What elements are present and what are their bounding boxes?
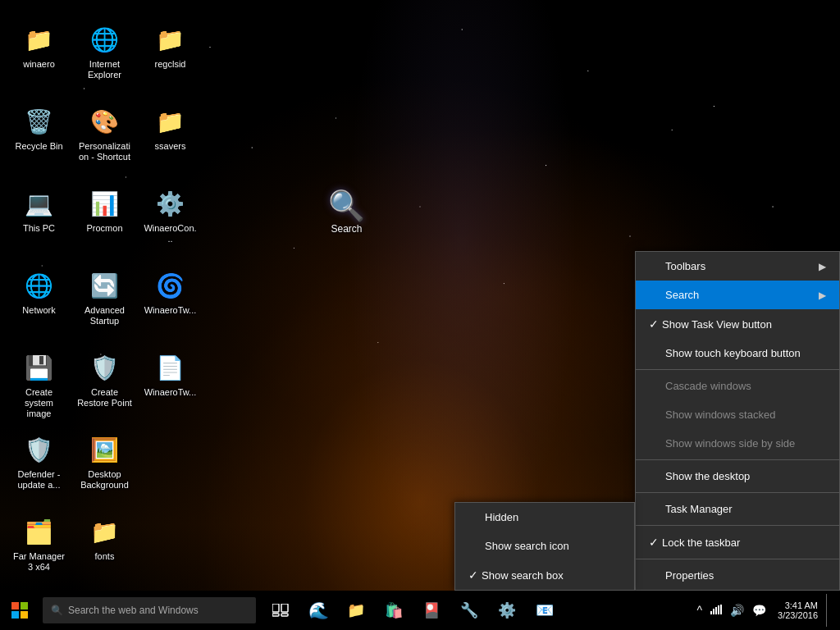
ctx-show-touch-keyboard[interactable]: Show touch keyboard button: [636, 339, 839, 368]
search-magnifier-icon: 🔍: [328, 189, 365, 223]
ctx-divider-3: [636, 492, 839, 493]
winaerocon-label: WinaeroCon...: [143, 223, 198, 244]
taskbar-context-menu: Toolbars ▶ Search ▶ ✓ Show Task View but…: [635, 251, 840, 591]
taskbar-right: ^ 🔊 💬 3:41 AM 3/23/2016: [693, 594, 840, 627]
search-label: Search: [665, 289, 819, 301]
icon-far-manager[interactable]: 🗂️ Far Manager 3 x64: [8, 509, 70, 591]
ctx-search[interactable]: Search ▶: [636, 281, 839, 309]
show-desktop-label: Show the desktop: [665, 470, 826, 482]
ctx-divider-4: [636, 525, 839, 526]
winaero-tweaker-label: WinaeroTw...: [144, 305, 197, 316]
submenu-show-search-box[interactable]: ✓ Show search box: [455, 560, 634, 590]
show-search-box-checkmark: ✓: [468, 568, 478, 582]
icon-regclsid[interactable]: 📁 regclsid: [139, 16, 201, 98]
icon-recycle-bin[interactable]: 🗑️ Recycle Bin: [8, 98, 70, 180]
photos-icon: 🎴: [422, 601, 441, 619]
lock-taskbar-checkmark: ✓: [649, 536, 659, 549]
advanced-startup-label: Advanced Startup: [77, 305, 132, 326]
this-pc-icon: 💻: [23, 187, 56, 220]
clock[interactable]: 3:41 AM 3/23/2016: [771, 600, 824, 620]
properties-label: Properties: [665, 569, 826, 582]
ie-icon: 🌐: [89, 23, 121, 56]
search-icon: 🔍: [51, 605, 63, 616]
mail-button[interactable]: 📧: [527, 592, 563, 628]
icon-winaerocon[interactable]: ⚙️ WinaeroCon...: [139, 180, 201, 262]
winaero-tw2-label: WinaeroTw...: [144, 387, 197, 398]
icon-internet-explorer[interactable]: 🌐 Internet Explorer: [74, 16, 135, 98]
advanced-startup-icon: 🔄: [89, 269, 121, 302]
icon-fonts[interactable]: 📁 fonts: [74, 509, 135, 591]
task-view-button[interactable]: [262, 592, 299, 628]
icon-this-pc[interactable]: 💻 This PC: [8, 180, 70, 262]
ctx-divider-1: [636, 369, 839, 370]
search-desktop-label: Search: [331, 223, 362, 235]
edge-browser-button[interactable]: 🌊: [300, 592, 336, 628]
svg-rect-9: [713, 609, 714, 614]
settings-button[interactable]: ⚙️: [489, 592, 525, 628]
svg-rect-12: [720, 605, 722, 614]
show-windows-side-by-side-label: Show windows side by side: [665, 437, 826, 450]
ctx-divider-5: [636, 559, 839, 559]
store-button[interactable]: 🛍️: [376, 592, 412, 628]
defender-label: Defender - update a...: [11, 469, 66, 491]
icon-desktop-background[interactable]: 🖼️ Desktop Background: [74, 427, 135, 509]
winaero-label: winaero: [23, 59, 55, 70]
folder-icon: 📁: [347, 601, 365, 619]
regclsid-label: regclsid: [155, 59, 186, 70]
icon-procmon[interactable]: 📊 Procmon: [74, 180, 135, 262]
taskbar-search[interactable]: 🔍 Search the web and Windows: [43, 597, 256, 623]
svg-rect-6: [272, 614, 279, 616]
submenu-show-search-icon[interactable]: Show search icon: [455, 532, 634, 560]
search-placeholder: Search the web and Windows: [68, 605, 199, 616]
ctx-show-desktop[interactable]: Show the desktop: [636, 462, 839, 491]
svg-rect-3: [21, 611, 28, 619]
start-button[interactable]: [0, 591, 39, 630]
ctx-cascade-windows: Cascade windows: [636, 372, 839, 400]
icon-defender[interactable]: 🛡️ Defender - update a...: [8, 427, 70, 509]
ie-label: Internet Explorer: [77, 59, 132, 80]
winaero-icon: 📁: [23, 23, 56, 56]
notification-tray[interactable]: 💬: [749, 604, 769, 617]
icon-create-system-image[interactable]: 💾 Create system image: [8, 345, 70, 427]
icon-personalization[interactable]: 🎨 Personalization - Shortcut: [74, 98, 135, 180]
show-hidden-icons[interactable]: ^: [693, 604, 705, 617]
create-system-image-icon: 💾: [23, 351, 56, 384]
personalization-icon: 🎨: [89, 105, 121, 138]
show-desktop-button[interactable]: [826, 594, 833, 627]
ctx-show-windows-side-by-side: Show windows side by side: [636, 429, 839, 458]
procmon-label: Procmon: [86, 223, 122, 234]
search-submenu: Hidden Show search icon ✓ Show search bo…: [454, 502, 635, 591]
ctx-toolbars[interactable]: Toolbars ▶: [636, 252, 839, 281]
icon-winaero-tw2[interactable]: 📄 WinaeroTw...: [139, 345, 201, 427]
search-arrow: ▶: [819, 290, 826, 301]
mail-icon: 📧: [536, 601, 554, 619]
create-system-image-label: Create system image: [11, 387, 66, 420]
network-tray[interactable]: [707, 604, 725, 617]
fonts-icon: 📁: [89, 515, 121, 548]
network-button[interactable]: 🔧: [451, 592, 487, 628]
icon-network[interactable]: 🌐 Network: [8, 262, 70, 345]
create-restore-point-icon: 🛡️: [89, 351, 121, 384]
search-desktop-icon[interactable]: 🔍 Search: [328, 189, 365, 235]
submenu-hidden[interactable]: Hidden: [455, 503, 634, 532]
create-restore-point-label: Create Restore Point: [77, 387, 132, 409]
icon-advanced-startup[interactable]: 🔄 Advanced Startup: [74, 262, 135, 345]
icon-winaero[interactable]: 📁 winaero: [8, 16, 70, 98]
volume-tray[interactable]: 🔊: [727, 604, 747, 617]
photos-button[interactable]: 🎴: [413, 592, 450, 628]
icon-ssavers[interactable]: 📁 ssavers: [139, 98, 201, 180]
ctx-task-manager[interactable]: Task Manager: [636, 495, 839, 523]
this-pc-label: This PC: [23, 223, 55, 234]
file-explorer-button[interactable]: 📁: [338, 592, 374, 628]
desktop-background-icon: 🖼️: [89, 433, 121, 466]
ctx-show-windows-stacked: Show windows stacked: [636, 400, 839, 429]
show-search-box-label: Show search box: [482, 569, 621, 582]
ctx-lock-taskbar[interactable]: ✓ Lock the taskbar: [636, 527, 839, 557]
toolbars-arrow: ▶: [819, 261, 826, 272]
ctx-show-task-view[interactable]: ✓ Show Task View button: [636, 309, 839, 339]
ctx-properties[interactable]: Properties: [636, 561, 839, 590]
taskbar: 🔍 Search the web and Windows 🌊 📁 🛍️ 🎴 🔧: [0, 591, 840, 630]
icon-create-restore-point[interactable]: 🛡️ Create Restore Point: [74, 345, 135, 427]
winaero-tw2-icon: 📄: [154, 351, 187, 384]
icon-winaero-tweaker[interactable]: 🌀 WinaeroTw...: [139, 262, 201, 345]
